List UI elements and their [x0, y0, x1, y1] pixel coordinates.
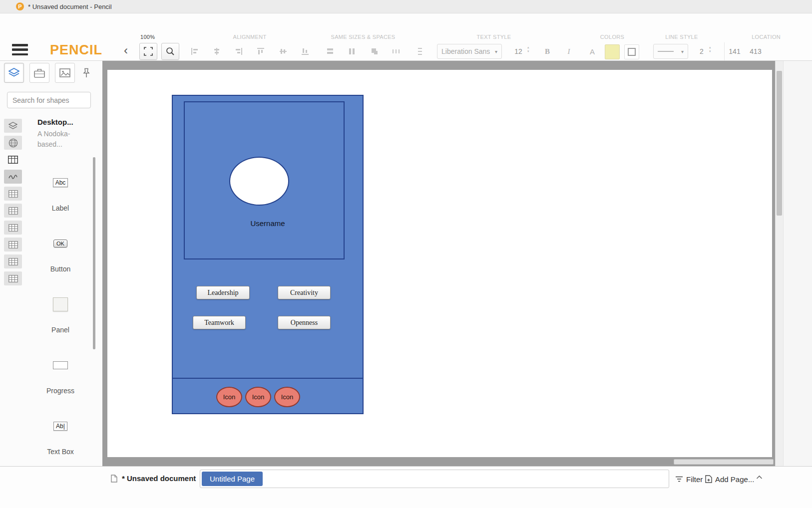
trait-button-leadership[interactable]: Leadership	[196, 286, 250, 299]
distribute-horizontal-icon	[392, 47, 400, 55]
shape-item-button[interactable]: OK Button	[28, 233, 93, 294]
collection-strip	[4, 119, 22, 285]
horizontal-scrollbar-thumb[interactable]	[674, 459, 774, 465]
shape-list: Abc Label OK Button Panel Progress Ab| T…	[28, 172, 93, 466]
trait-button-creativity[interactable]: Creativity	[278, 286, 331, 299]
align-top-icon	[257, 47, 265, 55]
font-family-value: Liberation Sans	[441, 47, 490, 55]
same-height-button[interactable]	[343, 43, 361, 60]
collection-grid-2-icon[interactable]	[4, 204, 22, 218]
label-shape-preview: Abc	[53, 178, 68, 187]
collection-grid-1-icon[interactable]	[4, 187, 22, 201]
collapse-pages-button[interactable]	[756, 474, 763, 481]
bold-button[interactable]: B	[538, 43, 556, 60]
zoom-button[interactable]	[161, 43, 179, 60]
collection-table-icon[interactable]	[4, 153, 22, 167]
zoom-fit-button[interactable]	[139, 43, 157, 60]
add-page-button[interactable]: Add Page...	[705, 473, 754, 486]
layers-icon	[8, 122, 17, 130]
globe-icon	[8, 138, 18, 148]
collection-grid-4-icon[interactable]	[4, 238, 22, 252]
right-gutter	[783, 61, 812, 466]
collection-layers-icon[interactable]	[4, 119, 22, 133]
document-name: * Unsaved document	[122, 474, 196, 483]
shape-item-progress[interactable]: Progress	[28, 355, 93, 416]
pages-strip: Untitled Page	[200, 470, 669, 488]
pin-sidebar-button[interactable]	[80, 63, 92, 83]
align-bottom-icon	[301, 47, 309, 55]
toolbar: PENCIL ‹ 100% ALIGNMENT SAME SIZES & SPA…	[0, 13, 812, 61]
line-width-spinner[interactable]: ▴ ▾	[709, 45, 711, 53]
line-style-dropdown[interactable]: ▾	[653, 44, 688, 59]
same-sizes-group-label: SAME SIZES & SPACES	[303, 34, 423, 40]
tab-shape-collections[interactable]	[4, 63, 24, 83]
tab-cliparts[interactable]	[55, 63, 75, 83]
mockup-frame[interactable]: Username Leadership Creativity Teamwork …	[172, 95, 364, 414]
shape-item-textbox[interactable]: Ab| Text Box	[28, 416, 93, 466]
document-icon	[111, 475, 117, 483]
fill-color-swatch[interactable]	[605, 44, 620, 59]
same-size-icon	[371, 47, 379, 55]
align-top-button[interactable]	[252, 43, 270, 60]
align-bottom-button[interactable]	[296, 43, 314, 60]
grid-icon	[8, 275, 18, 282]
window-title: * Unsaved document - Pencil	[28, 3, 112, 10]
align-left-button[interactable]	[186, 43, 204, 60]
toolbar-separator	[724, 42, 725, 60]
spinner-down-icon: ▾	[527, 49, 529, 53]
footer-icon-ellipse[interactable]: Icon	[274, 387, 300, 407]
grid-icon	[8, 258, 18, 265]
vertical-scrollbar-thumb[interactable]	[777, 71, 782, 216]
collection-grid-3-icon[interactable]	[4, 221, 22, 235]
line-width-field[interactable]: 2	[695, 44, 708, 59]
footer-icon-ellipse[interactable]: Icon	[216, 387, 242, 407]
table-icon	[8, 156, 18, 164]
shape-item-label[interactable]: Abc Label	[28, 172, 93, 233]
font-size-spinner[interactable]: ▴ ▾	[527, 45, 529, 53]
button-shape-preview: OK	[53, 240, 67, 248]
chevron-up-icon	[756, 475, 763, 480]
filter-button[interactable]: Filter	[675, 473, 703, 486]
italic-button[interactable]: I	[560, 43, 578, 60]
location-x-value: 141	[726, 44, 744, 59]
fit-screen-icon	[144, 47, 153, 56]
titlebar: P * Unsaved document - Pencil	[0, 0, 812, 13]
tab-my-collections[interactable]	[29, 63, 49, 83]
footer-divider-line[interactable]	[172, 378, 364, 379]
align-center-button[interactable]	[208, 43, 226, 60]
vertical-scrollbar[interactable]	[775, 61, 783, 466]
main-area: Desktop... A Nodoka-based... Abc Label O…	[0, 61, 812, 466]
align-right-button[interactable]	[230, 43, 248, 60]
collapse-toolbar-icon[interactable]: ‹	[124, 44, 128, 56]
font-size-field[interactable]: 12	[510, 44, 526, 59]
collection-grid-5-icon[interactable]	[4, 254, 22, 268]
trait-button-teamwork[interactable]: Teamwork	[193, 316, 246, 329]
collection-web-icon[interactable]	[4, 136, 22, 150]
distribute-vertical-button[interactable]	[411, 43, 429, 60]
shape-item-panel[interactable]: Panel	[28, 294, 93, 355]
sidebar-tabs	[4, 63, 92, 83]
search-shapes-input[interactable]	[7, 92, 91, 108]
avatar-ellipse-shape[interactable]	[229, 157, 289, 206]
font-family-dropdown[interactable]: Liberation Sans ▾	[437, 44, 502, 59]
sidebar-scrollbar-thumb[interactable]	[93, 157, 95, 349]
text-color-button[interactable]: A	[583, 43, 601, 60]
align-middle-button[interactable]	[274, 43, 292, 60]
same-width-button[interactable]	[321, 43, 339, 60]
menu-icon[interactable]	[12, 43, 28, 56]
distribute-horizontal-button[interactable]	[387, 43, 405, 60]
collection-sketch-icon[interactable]	[4, 170, 22, 184]
username-label[interactable]: Username	[173, 219, 363, 228]
stroke-color-swatch[interactable]	[624, 44, 639, 59]
line-style-icon	[658, 51, 674, 52]
footer-icon-ellipse[interactable]: Icon	[245, 387, 271, 407]
collection-grid-6-icon[interactable]	[4, 271, 22, 285]
layers-icon	[8, 68, 19, 78]
canvas-page[interactable]: Username Leadership Creativity Teamwork …	[107, 70, 772, 457]
trait-button-openness[interactable]: Openness	[278, 316, 331, 329]
collection-title: Desktop...	[37, 118, 93, 126]
page-tab-untitled[interactable]: Untitled Page	[202, 472, 263, 486]
align-middle-icon	[279, 47, 287, 55]
align-right-icon	[235, 47, 243, 55]
same-size-button[interactable]	[366, 43, 384, 60]
